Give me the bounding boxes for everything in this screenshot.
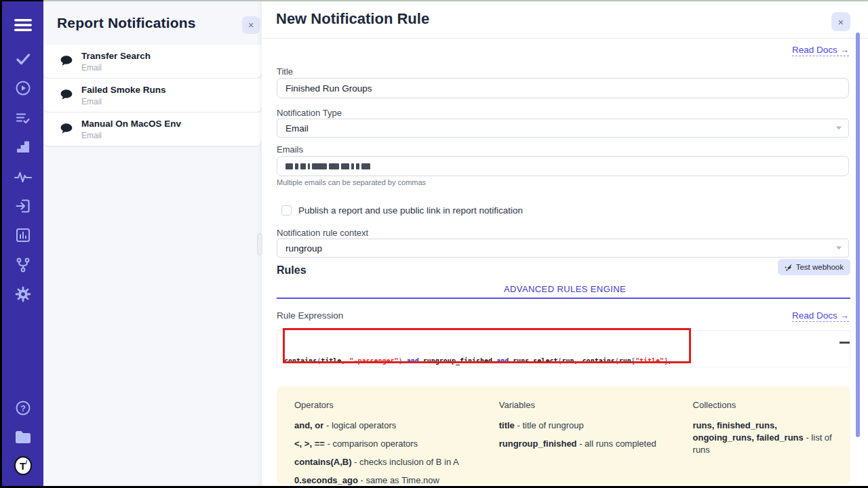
git-fork-icon[interactable] [14,256,32,274]
report-notifications-panel: Report Notifications × Transfer Search E… [43,1,262,486]
chat-bubble-icon [60,55,73,70]
title-field-label: Title [277,66,293,77]
help-column-operators: Operators and, or - logical operators <,… [294,400,499,471]
test-webhook-label: Test webhook [796,263,844,271]
title-input[interactable]: Finished Run Groups [277,78,849,98]
app-logo[interactable]: T [14,457,32,474]
chevron-down-icon [836,127,842,130]
help-item: <, >, == - comparison operators [294,438,499,450]
notification-rule-item[interactable]: Failed Smoke Runs Email [43,79,262,113]
list-check-icon[interactable] [14,109,32,127]
notification-rule-list: Transfer Search Email Failed Smoke Runs … [43,45,262,146]
new-notification-rule-panel: New Notification Rule × Read Docs → Titl… [262,1,868,486]
help-column-header: Variables [499,400,693,410]
chat-bubble-icon [60,89,73,104]
bar-chart-icon[interactable] [14,226,32,244]
notification-type-value: Email [285,123,309,134]
emails-helper-text: Multiple emails can be separated by comm… [277,178,426,186]
help-item: and, or - logical operators [294,420,499,432]
tab-active-indicator [277,298,850,299]
close-icon: × [838,16,844,28]
code-line-1: contains(title, "-passenger") and rungro… [284,356,843,367]
rule-item-subtitle: Email [81,63,102,73]
menu-icon[interactable] [14,16,32,34]
redacted-email-value [285,163,370,169]
tab-advanced-rules-engine[interactable]: ADVANCED RULES ENGINE [262,284,868,294]
check-icon[interactable] [14,50,32,68]
editor-scrollbar-thumb[interactable] [840,342,850,344]
test-webhook-button[interactable]: Test webhook [778,259,850,275]
context-value: rungroup [285,243,322,253]
rule-expression-label: Rule Expression [277,310,343,321]
rule-expression-editor[interactable]: contains(title, "-passenger") and rungro… [277,330,850,367]
publish-report-label: Publish a report and use public link in … [298,205,523,216]
chevron-down-icon [836,247,842,250]
help-column-header: Collections [693,400,833,410]
steps-icon[interactable] [14,138,32,156]
app-screen: ? T Report Notifications × Transfer Sear… [0,0,868,488]
page-title: New Notification Rule [276,10,429,28]
notification-rule-item[interactable]: Manual On MacOS Env Email [43,113,262,146]
logo-letter: T [20,460,26,472]
help-item: 0.seconds_ago - same as Time.now [294,474,499,487]
svg-text:?: ? [20,404,26,413]
main-scrollbar-thumb[interactable] [856,33,860,437]
activity-icon[interactable] [14,167,32,185]
app-sidebar: ? T [2,1,43,486]
read-docs-link-rules[interactable]: Read Docs → [792,310,849,322]
help-column-header: Operators [294,400,499,410]
rule-item-title: Manual On MacOS Env [81,119,181,129]
notification-type-select[interactable]: Email [277,119,849,138]
panel-close-button[interactable]: × [242,16,260,34]
webhook-icon [785,263,793,271]
context-select[interactable]: rungroup [277,239,849,258]
folder-icon[interactable] [14,428,32,446]
help-circle-icon[interactable]: ? [14,399,32,417]
rule-item-subtitle: Email [81,131,102,140]
help-column-collections: Collections runs, finished_runs, ongoing… [693,400,833,471]
close-icon: × [248,20,254,30]
panel-resize-handle[interactable] [257,233,262,256]
publish-report-checkbox-row[interactable]: Publish a report and use public link in … [281,205,523,216]
chat-bubble-icon [60,123,73,138]
rule-item-title: Failed Smoke Runs [81,85,166,95]
title-input-value: Finished Run Groups [285,83,372,94]
rule-item-subtitle: Email [81,97,102,106]
settings-gear-icon[interactable] [14,285,32,303]
rule-item-title: Transfer Search [81,51,151,61]
play-circle-icon[interactable] [14,79,32,97]
syntax-help-box: Operators and, or - logical operators <,… [277,386,850,485]
help-column-variables: Variables title - title of rungroup rung… [499,400,693,471]
help-item: contains(A,B) - checks inclusion of B in… [294,456,499,468]
emails-field-label: Emails [277,144,303,155]
help-item: rungroup_finished - all runs completed [499,438,693,450]
read-docs-link-top[interactable]: Read Docs → [792,45,849,56]
sign-in-icon[interactable] [14,197,32,215]
notification-type-label: Notification Type [277,108,342,118]
checkbox-unchecked[interactable] [281,205,292,216]
help-item: title - title of rungroup [499,420,693,432]
emails-input[interactable] [277,156,849,176]
help-item: runs, finished_runs, ongoing_runs, faile… [693,420,833,456]
notification-rule-item[interactable]: Transfer Search Email [43,45,262,79]
rules-heading: Rules [277,264,307,277]
panel-title: Report Notifications [57,15,196,31]
main-header: New Notification Rule × [262,1,868,39]
main-close-button[interactable]: × [831,12,850,31]
context-field-label: Notification rule context [277,228,368,238]
